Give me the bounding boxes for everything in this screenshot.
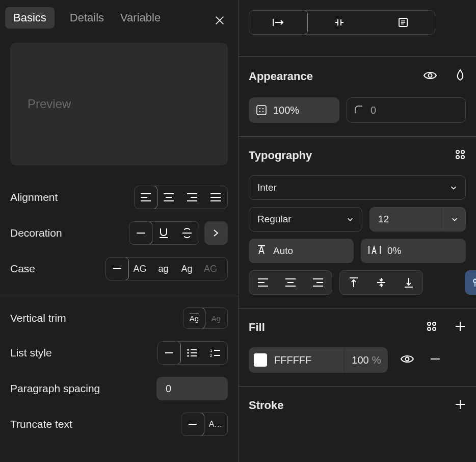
- align-center-button[interactable]: [157, 186, 180, 209]
- fill-visibility-button[interactable]: [400, 354, 414, 366]
- resize-auto-height-button[interactable]: [307, 11, 371, 34]
- align-right-icon: [187, 193, 198, 202]
- paragraph-spacing-input[interactable]: 0: [156, 377, 228, 400]
- font-size-input[interactable]: 12: [369, 207, 443, 232]
- svg-point-10: [259, 111, 260, 112]
- vertical-align-bottom-button[interactable]: [395, 271, 422, 294]
- case-asis-button[interactable]: [105, 257, 129, 280]
- opacity-icon: [256, 105, 267, 116]
- vertical-align-top-button[interactable]: [340, 271, 367, 294]
- align-left-button[interactable]: [134, 186, 157, 209]
- align-top-icon: [349, 277, 359, 288]
- align-left-icon: [257, 278, 269, 287]
- font-family-select[interactable]: Inter: [249, 175, 466, 200]
- text-align-left-button[interactable]: [249, 271, 277, 294]
- truncate-none-button[interactable]: [181, 413, 204, 436]
- remove-fill-button[interactable]: [430, 353, 441, 367]
- svg-text:2: 2: [210, 353, 213, 358]
- opacity-input[interactable]: 100%: [249, 97, 339, 123]
- tab-basics[interactable]: Basics: [5, 7, 55, 29]
- tab-details[interactable]: Details: [69, 7, 105, 29]
- strikethrough-icon: [181, 227, 193, 239]
- font-weight-select[interactable]: Regular: [249, 207, 362, 232]
- fill-swatch[interactable]: [254, 353, 267, 367]
- corner-radius-input[interactable]: 0: [347, 97, 466, 123]
- case-lower-button[interactable]: ag: [152, 258, 175, 280]
- vertical-trim-cap-button[interactable]: Ag: [205, 308, 227, 328]
- visibility-toggle-button[interactable]: [423, 70, 437, 83]
- chevron-down-icon: [451, 216, 458, 223]
- vertical-trim-label: Vertical trim: [10, 312, 66, 324]
- resize-auto-width-button[interactable]: [249, 10, 308, 35]
- fill-opacity-input[interactable]: 100 %: [344, 347, 388, 373]
- truncate-ellipsis-button[interactable]: A…: [204, 413, 227, 435]
- svg-rect-7: [257, 106, 266, 115]
- vertical-trim-standard-button[interactable]: Ag: [183, 307, 205, 329]
- eye-icon: [400, 354, 414, 364]
- fill-color-input[interactable]: FFFFFF: [249, 347, 344, 373]
- svg-point-11: [262, 111, 263, 112]
- typography-controls: Inter Regular 12 Auto: [239, 168, 476, 295]
- truncate-row: Truncate text A…: [0, 406, 238, 442]
- auto-width-icon: [272, 17, 285, 28]
- svg-point-15: [461, 156, 464, 159]
- case-title-button[interactable]: Ag: [175, 258, 199, 280]
- appearance-label: Appearance: [249, 70, 313, 83]
- divider: [0, 297, 238, 297]
- vertical-trim-row: Vertical trim Ag Ag: [0, 301, 238, 335]
- svg-point-9: [262, 108, 263, 109]
- svg-point-8: [259, 108, 260, 109]
- list-none-button[interactable]: [157, 341, 181, 365]
- add-stroke-button[interactable]: [455, 399, 466, 412]
- align-justify-button[interactable]: [204, 186, 227, 209]
- case-segmented: AG ag Ag AG: [105, 257, 228, 280]
- appearance-header: Appearance: [239, 57, 476, 90]
- typography-styles-button[interactable]: [455, 149, 466, 162]
- alignment-label: Alignment: [10, 191, 58, 203]
- fixed-size-icon: [398, 17, 409, 28]
- paragraph-spacing-row: Paragraph spacing 0: [0, 371, 238, 406]
- letter-spacing-input[interactable]: 0%: [361, 239, 466, 263]
- text-align-center-button[interactable]: [277, 271, 304, 294]
- height-input[interactable]: H 15: [346, 0, 386, 3]
- vertical-align-segmented: [339, 270, 423, 295]
- styles-icon: [426, 321, 437, 332]
- typography-advanced-button[interactable]: [465, 270, 476, 295]
- align-center-icon: [163, 193, 174, 202]
- width-input[interactable]: W 59: [249, 0, 291, 3]
- alignment-segmented: [134, 186, 228, 209]
- add-fill-button[interactable]: [455, 321, 466, 334]
- line-height-value: Auto: [273, 245, 293, 256]
- case-smallcaps-button[interactable]: AG: [199, 258, 222, 280]
- decoration-none-button[interactable]: [129, 221, 152, 245]
- svg-point-6: [429, 74, 432, 78]
- decoration-row: Decoration: [0, 215, 238, 251]
- align-right-button[interactable]: [180, 186, 204, 209]
- fill-header: Fill: [239, 309, 476, 340]
- font-size-dropdown[interactable]: [443, 207, 466, 232]
- text-align-right-button[interactable]: [304, 271, 332, 294]
- svg-point-16: [473, 279, 476, 283]
- resize-fixed-button[interactable]: [371, 11, 435, 34]
- tab-variable[interactable]: Variable: [119, 7, 162, 29]
- decoration-underline-button[interactable]: [152, 222, 175, 244]
- fill-opacity-value: 100: [352, 354, 368, 366]
- minus-icon: [430, 353, 441, 365]
- list-numbered-button[interactable]: 12: [204, 342, 227, 364]
- close-icon: [214, 15, 225, 26]
- fill-styles-button[interactable]: [426, 321, 437, 334]
- letter-spacing-icon: [368, 245, 381, 258]
- list-bullet-button[interactable]: [180, 342, 204, 364]
- blend-mode-button[interactable]: [455, 69, 466, 84]
- decoration-more-button[interactable]: [204, 221, 228, 245]
- align-right-icon: [312, 278, 324, 287]
- line-height-icon: [256, 244, 267, 258]
- svg-point-12: [456, 150, 459, 153]
- letter-spacing-value: 0%: [387, 245, 401, 256]
- close-button[interactable]: [211, 12, 228, 29]
- design-panel: W 59 H 15 Appearan: [239, 0, 476, 462]
- vertical-align-middle-button[interactable]: [367, 271, 395, 294]
- line-height-input[interactable]: Auto: [249, 239, 354, 263]
- case-upper-button[interactable]: AG: [128, 258, 152, 280]
- decoration-strikethrough-button[interactable]: [175, 222, 199, 244]
